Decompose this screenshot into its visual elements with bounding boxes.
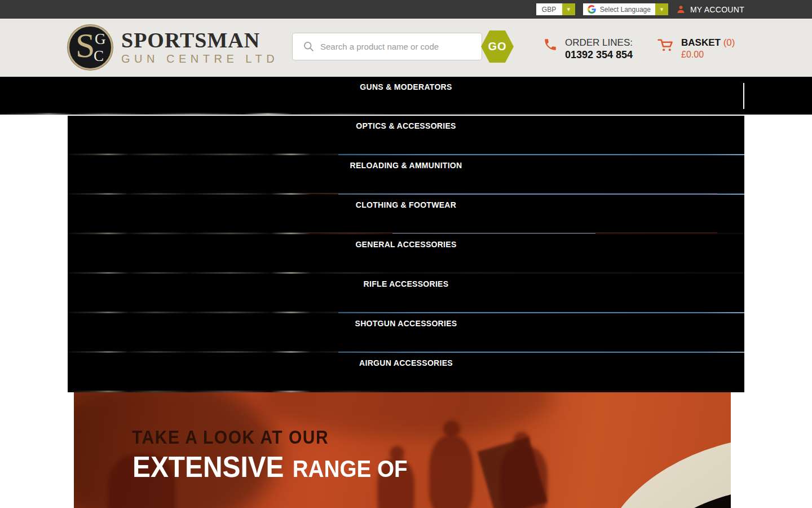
nav-band-clothing: CLOTHING & FOOTWEAR bbox=[68, 195, 744, 234]
silhouette-figure bbox=[429, 436, 473, 508]
nav-band-shotgun: SHOTGUN ACCESSORIES bbox=[68, 313, 744, 353]
chevron-down-icon[interactable]: ▾ bbox=[562, 3, 575, 15]
currency-select[interactable]: GBP ▾ bbox=[536, 3, 575, 15]
banner-hat-image bbox=[579, 405, 731, 508]
language-select[interactable]: Select Language ▾ bbox=[583, 3, 668, 15]
my-account-link[interactable]: MY ACCOUNT bbox=[676, 5, 744, 14]
logo-subtitle: GUN CENTRE LTD bbox=[121, 52, 279, 65]
cart-icon bbox=[657, 37, 674, 60]
nav-item-general[interactable]: GENERAL ACCESSORIES bbox=[68, 234, 744, 249]
order-lines-label: ORDER LINES: bbox=[565, 37, 633, 49]
nav-band-guns-moderators: GUNS & MODERATORS bbox=[0, 77, 812, 115]
logo-text: SPORTSMAN GUN CENTRE LTD bbox=[121, 29, 279, 65]
basket-count: (0) bbox=[723, 37, 735, 48]
nav-item-guns-moderators[interactable]: GUNS & MODERATORS bbox=[0, 77, 812, 91]
menu-glitch-strip bbox=[0, 113, 812, 115]
silhouette-figure bbox=[514, 432, 529, 448]
basket-total: £0.00 bbox=[681, 50, 735, 60]
silhouette-figure bbox=[500, 446, 548, 508]
nav-band-general: GENERAL ACCESSORIES bbox=[68, 234, 744, 274]
search-bar bbox=[292, 33, 482, 60]
site-header: S G C SPORTSMAN GUN CENTRE LTD GO bbox=[0, 19, 812, 77]
phone-icon bbox=[543, 37, 558, 61]
nav-band-rifle: RIFLE ACCESSORIES bbox=[68, 274, 744, 313]
banner-line2-strong: EXTENSIVE bbox=[133, 450, 284, 483]
order-lines-phone: 01392 354 854 bbox=[565, 49, 633, 61]
scrollbar-line bbox=[743, 83, 744, 109]
nav-item-shotgun[interactable]: SHOTGUN ACCESSORIES bbox=[68, 313, 744, 328]
nav-band-optics: OPTICS & ACCESSORIES bbox=[68, 116, 744, 155]
top-bar: GBP ▾ Select Language ▾ bbox=[0, 0, 812, 19]
banner-line2: EXTENSIVE RANGE OF bbox=[133, 450, 408, 484]
silhouette-figure bbox=[443, 421, 460, 437]
page: GBP ▾ Select Language ▾ bbox=[0, 0, 812, 508]
nav-band-airgun: AIRGUN ACCESSORIES bbox=[68, 353, 744, 392]
google-logo-icon bbox=[588, 5, 596, 14]
search-go-button[interactable]: GO bbox=[481, 30, 514, 63]
search-input[interactable] bbox=[320, 42, 456, 51]
search-icon bbox=[303, 41, 315, 52]
nav-band-reloading: RELOADING & AMMUNITION bbox=[68, 155, 744, 195]
nav-item-clothing[interactable]: CLOTHING & FOOTWEAR bbox=[68, 195, 744, 209]
banner-big-text: CLOTHING bbox=[126, 498, 460, 508]
order-lines: ORDER LINES: 01392 354 854 bbox=[543, 37, 633, 61]
my-account-label: MY ACCOUNT bbox=[690, 5, 744, 14]
user-icon bbox=[676, 5, 686, 14]
nav-item-optics[interactable]: OPTICS & ACCESSORIES bbox=[68, 116, 744, 130]
top-bar-controls: GBP ▾ Select Language ▾ bbox=[536, 0, 744, 19]
currency-value: GBP bbox=[536, 3, 562, 15]
site-logo[interactable]: S G C SPORTSMAN GUN CENTRE LTD bbox=[68, 25, 279, 70]
nav-item-rifle[interactable]: RIFLE ACCESSORIES bbox=[68, 274, 744, 288]
basket-label: BASKET bbox=[681, 37, 721, 48]
basket[interactable]: BASKET (0) £0.00 bbox=[657, 37, 735, 60]
nav-item-reloading[interactable]: RELOADING & AMMUNITION bbox=[68, 155, 744, 170]
banner-line1: TAKE A LOOK AT OUR bbox=[132, 427, 329, 448]
logo-title: SPORTSMAN bbox=[121, 29, 279, 51]
chevron-down-icon[interactable]: ▾ bbox=[655, 3, 668, 15]
nav-item-airgun[interactable]: AIRGUN ACCESSORIES bbox=[68, 353, 744, 367]
language-value: Select Language bbox=[600, 6, 651, 14]
banner-line2-rest: RANGE OF bbox=[293, 456, 408, 482]
logo-monogram: S G C bbox=[68, 25, 113, 70]
hero-banner[interactable]: TAKE A LOOK AT OUR EXTENSIVE RANGE OF CL… bbox=[74, 392, 731, 508]
